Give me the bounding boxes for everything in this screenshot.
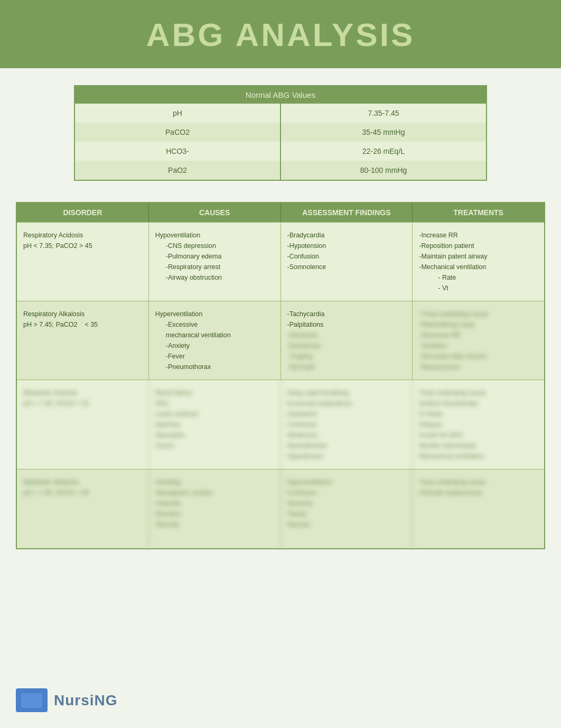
col-header-disorder: DISORDER bbox=[17, 203, 149, 222]
disorder-1-causes-text: Hypoventilation -CNS depression -Pulmona… bbox=[155, 232, 222, 281]
page-title: ABG ANALYSIS bbox=[11, 16, 550, 53]
abg-values-table: Normal ABG Values pH 7.35-7.45 PaCO2 35-… bbox=[74, 85, 487, 181]
disorder-4-findings: Hypoventilation Confusion Seizures Tetan… bbox=[281, 469, 413, 548]
disorder-1-treatments-text: -Increase RR -Reposition patient -Mainta… bbox=[419, 232, 487, 292]
logo-icon-inner bbox=[21, 693, 42, 708]
disorders-header-row: DISORDER CAUSES ASSESSMENT FINDINGS TREA… bbox=[17, 203, 544, 222]
disorder-1-name: Respiratory AcidosispH < 7.35; PaCO2 > 4… bbox=[23, 232, 92, 250]
col-header-treatments: TREATMENTS bbox=[413, 203, 544, 222]
disorder-1-disorder: Respiratory AcidosispH < 7.35; PaCO2 > 4… bbox=[17, 223, 149, 301]
disorder-1-treatments: -Increase RR -Reposition patient -Mainta… bbox=[413, 223, 544, 301]
abg-param-1: PaCO2 bbox=[74, 123, 280, 142]
footer-area bbox=[0, 565, 561, 660]
disorder-4-treatments: Treat underlying cause Chloride replacem… bbox=[413, 469, 544, 548]
page-header: ABG ANALYSIS bbox=[0, 0, 561, 68]
disorder-2-treatments-text: -Treat underlying cause -Rebreathing mas… bbox=[419, 310, 488, 371]
disorder-1-findings: -Bradycardia -Hypotension -Confusion -So… bbox=[281, 223, 413, 301]
abg-values-section: Normal ABG Values pH 7.35-7.45 PaCO2 35-… bbox=[0, 68, 561, 191]
abg-value-0: 7.35-7.45 bbox=[280, 104, 487, 123]
disorder-3-treatments: Treat underlying cause Sodium bicarbonat… bbox=[413, 380, 544, 469]
disorder-3-disorder: Metabolic Acidosis pH < 7.35; HCO3 < 22 bbox=[17, 380, 149, 469]
abg-value-3: 80-100 mmHg bbox=[280, 161, 487, 180]
abg-param-0: pH bbox=[74, 104, 280, 123]
abg-table-header: Normal ABG Values bbox=[74, 86, 487, 104]
abg-row-2: HCO3- 22-26 mEq/L bbox=[74, 142, 487, 161]
disorder-2-causes: Hyperventilation -Excessive mechanical v… bbox=[149, 301, 281, 380]
disorder-2-findings-text: -Tachycardia -Palpitations -Dizziness-Nu… bbox=[287, 310, 325, 371]
disorder-3-findings: Deep rapid breathing Kussmaul respiratio… bbox=[281, 380, 413, 469]
disorder-2-causes-text: Hyperventilation -Excessive mechanical v… bbox=[155, 310, 231, 371]
col-header-causes: CAUSES bbox=[149, 203, 281, 222]
abg-row-1: PaCO2 35-45 mmHg bbox=[74, 123, 487, 142]
disorder-2-name: Respiratory AlkalosispH > 7.45; PaCO2 < … bbox=[23, 310, 98, 328]
disorder-2-treatments: -Treat underlying cause -Rebreathing mas… bbox=[413, 301, 544, 380]
disorders-section: DISORDER CAUSES ASSESSMENT FINDINGS TREA… bbox=[0, 191, 561, 565]
disorders-table: DISORDER CAUSES ASSESSMENT FINDINGS TREA… bbox=[16, 202, 545, 549]
abg-row-3: PaO2 80-100 mmHg bbox=[74, 161, 487, 180]
abg-value-2: 22-26 mEq/L bbox=[280, 142, 487, 161]
disorder-1-findings-text: -Bradycardia -Hypotension -Confusion -So… bbox=[287, 232, 326, 271]
disorder-2-disorder: Respiratory AlkalosispH > 7.45; PaCO2 < … bbox=[17, 301, 149, 380]
logo-text: NursiNG bbox=[54, 692, 118, 709]
abg-row-0: pH 7.35-7.45 bbox=[74, 104, 487, 123]
logo-area: NursiNG bbox=[16, 688, 118, 712]
disorder-4-causes: Vomiting Nasogastric suction Antacids Di… bbox=[149, 469, 281, 548]
abg-value-1: 35-45 mmHg bbox=[280, 123, 487, 142]
disorder-1-causes: Hypoventilation -CNS depression -Pulmona… bbox=[149, 223, 281, 301]
disorders-row-3: Metabolic Acidosis pH < 7.35; HCO3 < 22 … bbox=[17, 380, 544, 469]
disorders-row-4: Metabolic Alkalosis pH > 7.45; HCO3 > 26… bbox=[17, 469, 544, 548]
logo-icon-box bbox=[16, 688, 48, 712]
abg-param-3: PaO2 bbox=[74, 161, 280, 180]
abg-param-2: HCO3- bbox=[74, 142, 280, 161]
disorders-row-2: Respiratory AlkalosispH > 7.45; PaCO2 < … bbox=[17, 301, 544, 380]
disorder-3-causes: Renal failure DKA Lactic acidosis Diarrh… bbox=[149, 380, 281, 469]
disorder-2-findings: -Tachycardia -Palpitations -Dizziness-Nu… bbox=[281, 301, 413, 380]
col-header-findings: ASSESSMENT FINDINGS bbox=[281, 203, 413, 222]
disorders-row-1: Respiratory AcidosispH < 7.35; PaCO2 > 4… bbox=[17, 222, 544, 301]
disorder-4-disorder: Metabolic Alkalosis pH > 7.45; HCO3 > 26 bbox=[17, 469, 149, 548]
